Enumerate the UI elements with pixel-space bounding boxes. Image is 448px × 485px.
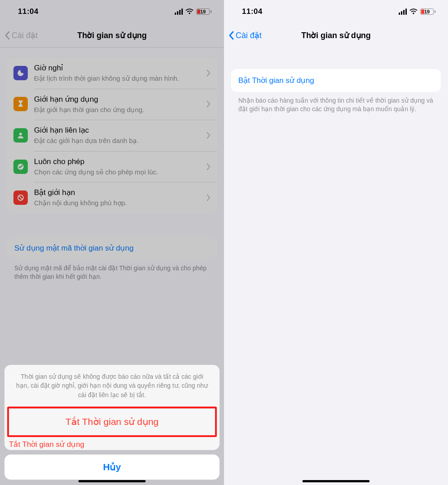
status-time: 11:04 xyxy=(242,7,263,16)
settings-list: Giờ nghỉ Đặt lịch trình thời gian không … xyxy=(7,57,217,213)
cellular-icon xyxy=(175,9,183,15)
battery-icon: 19 xyxy=(420,9,435,15)
status-icons: 19 xyxy=(399,9,435,15)
chevron-right-icon xyxy=(207,69,211,77)
row-content-restrictions[interactable]: Bật giới hạn Chặn nội dung không phù hợp… xyxy=(7,182,217,213)
row-communication-limits[interactable]: Giới hạn liên lạc Đặt các giới hạn dựa t… xyxy=(7,120,217,151)
row-subtitle: Đặt các giới hạn dựa trên danh bạ. xyxy=(34,136,200,145)
battery-icon: 19 xyxy=(196,9,211,15)
chevron-right-icon xyxy=(207,194,211,201)
row-subtitle: Chặn nội dung không phù hợp. xyxy=(34,199,200,208)
svg-line-3 xyxy=(19,196,22,199)
prohibit-icon xyxy=(13,191,28,205)
wifi-icon xyxy=(185,9,194,15)
action-sheet-message: Thời gian sử dụng sẽ không được báo cáo … xyxy=(4,365,220,407)
enable-footer-text: Nhận báo cáo hàng tuần với thông tin chi… xyxy=(231,92,441,113)
row-subtitle: Đặt lịch trình thời gian không sử dụng m… xyxy=(34,74,200,83)
chevron-left-icon xyxy=(4,31,10,40)
nav-back-button[interactable]: Cài đặt xyxy=(228,30,262,40)
row-title: Bật giới hạn xyxy=(34,188,200,198)
nav-back-label: Cài đặt xyxy=(12,30,38,40)
enable-screen-time-button[interactable]: Bật Thời gian sử dụng xyxy=(231,69,441,92)
checkmark-icon xyxy=(13,160,28,174)
cellular-icon xyxy=(399,9,407,15)
row-title: Luôn cho phép xyxy=(34,157,200,167)
nav-bar: Cài đặt Thời gian sử dụng xyxy=(224,23,448,48)
hourglass-icon xyxy=(13,97,28,111)
turn-off-screen-time-behind: Tắt Thời gian sử dụng xyxy=(4,437,220,450)
home-indicator[interactable] xyxy=(302,480,370,482)
row-app-limits[interactable]: Giới hạn ứng dụng Đặt giới hạn thời gian… xyxy=(7,89,217,120)
status-icons: 19 xyxy=(175,9,211,15)
cancel-button[interactable]: Hủy xyxy=(4,455,220,480)
moon-icon xyxy=(13,66,28,80)
status-bar: 11:04 19 xyxy=(224,0,448,23)
status-time: 11:04 xyxy=(18,7,39,16)
row-downtime[interactable]: Giờ nghỉ Đặt lịch trình thời gian không … xyxy=(7,57,217,89)
use-passcode-button[interactable]: Sử dụng mật mã thời gian sử dụng xyxy=(7,237,217,260)
row-subtitle: Đặt giới hạn thời gian cho ứng dụng. xyxy=(34,105,200,114)
home-indicator[interactable] xyxy=(78,480,146,482)
row-title: Giới hạn ứng dụng xyxy=(34,95,200,104)
nav-back-label: Cài đặt xyxy=(236,30,262,40)
nav-bar: Cài đặt Thời gian sử dụng xyxy=(0,23,224,48)
passcode-footer-text: Sử dụng mật mã để bảo mật cài đặt Thời g… xyxy=(7,260,217,281)
chevron-right-icon xyxy=(207,163,211,170)
use-passcode-label: Sử dụng mật mã thời gian sử dụng xyxy=(14,244,134,252)
chevron-left-icon xyxy=(228,31,234,40)
svg-point-0 xyxy=(19,133,22,135)
enable-screen-time-label: Bật Thời gian sử dụng xyxy=(238,76,314,85)
row-title: Giới hạn liên lạc xyxy=(34,126,200,135)
row-title: Giờ nghỉ xyxy=(34,63,200,73)
chevron-right-icon xyxy=(207,132,211,139)
turn-off-screen-time-button[interactable]: Tắt Thời gian sử dụng xyxy=(9,408,215,435)
nav-back-button[interactable]: Cài đặt xyxy=(4,30,38,40)
person-icon xyxy=(13,128,28,143)
row-subtitle: Chọn các ứng dụng sẽ cho phép mọi lúc. xyxy=(34,168,200,177)
chevron-right-icon xyxy=(207,100,211,108)
status-bar: 11:04 19 xyxy=(0,0,224,23)
wifi-icon xyxy=(409,9,418,15)
phone-screen-left: 11:04 19 Cài đặt Thời gian sử dụng xyxy=(0,0,224,485)
highlight-box: Tắt Thời gian sử dụng xyxy=(7,407,217,437)
phone-screen-right: 11:04 19 Cài đặt Thời gian sử dụng Bật T… xyxy=(224,0,448,485)
action-sheet: Thời gian sử dụng sẽ không được báo cáo … xyxy=(4,365,220,480)
row-always-allowed[interactable]: Luôn cho phép Chọn các ứng dụng sẽ cho p… xyxy=(7,151,217,182)
